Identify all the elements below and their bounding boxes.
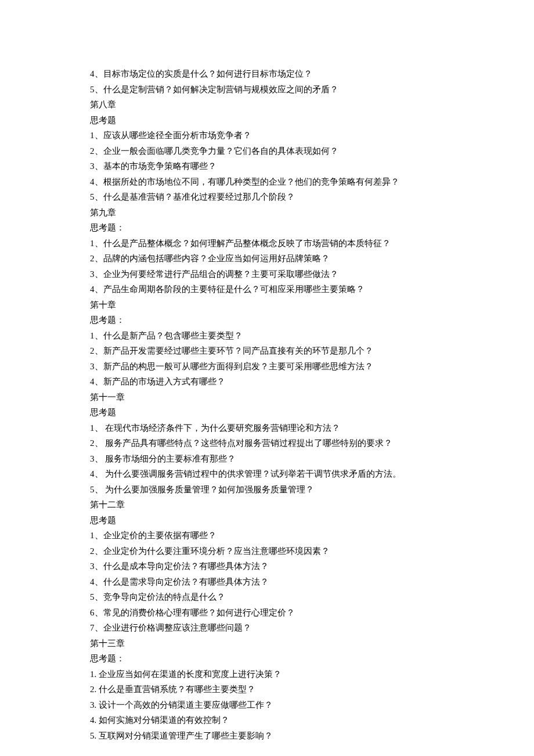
text-line: 思考题 [90,113,444,128]
text-line: 1、企业定价的主要依据有哪些？ [90,528,444,543]
text-line: 4、根据所处的市场地位不同，有哪几种类型的企业？他们的竞争策略有何差异？ [90,174,444,190]
text-line: 第十一章 [90,390,444,405]
text-line: 4、目标市场定位的实质是什么？如何进行目标市场定位？ [90,66,444,82]
text-line: 3. 设计一个高效的分销渠道主要应做哪些工作？ [90,697,444,713]
text-line: 5、 为什么要加强服务质量管理？如何加强服务质量管理？ [90,482,444,498]
text-line: 5、竞争导向定价法的特点是什么？ [90,589,444,605]
text-line: 第九章 [90,205,444,221]
text-line: 1、 在现代市场经济条件下，为什么要研究服务营销理论和方法？ [90,420,444,436]
text-line: 3、基本的市场竞争策略有哪些？ [90,159,444,174]
text-line: 4、 为什么要强调服务营销过程中的供求管理？试列举若干调节供求矛盾的方法。 [90,466,444,482]
text-line: 思考题 [90,405,444,420]
text-line: 1、什么是产品整体概念？如何理解产品整体概念反映了市场营销的本质特征？ [90,236,444,251]
text-line: 2. 什么是垂直营销系统？有哪些主要类型？ [90,682,444,697]
text-line: 1、什么是新产品？包含哪些主要类型？ [90,328,444,344]
text-line: 2、企业一般会面临哪几类竞争力量？它们各自的具体表现如何？ [90,143,444,159]
text-line: 7、企业进行价格调整应该注意哪些问题？ [90,620,444,636]
text-line: 思考题： [90,312,444,328]
text-line: 4、什么是需求导向定价法？有哪些具体方法？ [90,574,444,590]
text-line: 6、常见的消费价格心理有哪些？如何进行心理定价？ [90,605,444,621]
text-line: 思考题： [90,651,444,667]
text-line: 4、产品生命周期各阶段的主要特征是什么？可相应采用哪些主要策略？ [90,282,444,297]
text-line: 3、 服务市场细分的主要标准有那些？ [90,451,444,467]
text-line: 4. 如何实施对分销渠道的有效控制？ [90,712,444,728]
text-line: 2、新产品开发需要经过哪些主要环节？同产品直接有关的环节是那几个？ [90,343,444,359]
text-line: 2、 服务产品具有哪些特点？这些特点对服务营销过程提出了哪些特别的要求？ [90,435,444,451]
text-line: 4、新产品的市场进入方式有哪些？ [90,374,444,390]
text-line: 2、品牌的内涵包括哪些内容？企业应当如何运用好品牌策略？ [90,251,444,267]
text-line: 第十三章 [90,636,444,651]
text-line: 3、企业为何要经常进行产品组合的调整？主要可采取哪些做法？ [90,267,444,282]
text-line: 1. 企业应当如何在渠道的长度和宽度上进行决策？ [90,667,444,682]
text-line: 1、应该从哪些途径全面分析市场竞争者？ [90,128,444,143]
text-line: 3、新产品的构思一般可从哪些方面得到启发？主要可采用哪些思维方法？ [90,359,444,375]
text-line: 第十二章 [90,497,444,513]
text-line: 第十章 [90,297,444,313]
text-line: 5、什么是基准营销？基准化过程要经过那几个阶段？ [90,189,444,205]
text-line: 思考题： [90,220,444,236]
text-line: 思考题 [90,513,444,528]
text-line: 5、什么是定制营销？如何解决定制营销与规模效应之间的矛盾？ [90,82,444,98]
text-line: 3、什么是成本导向定价法？有哪些具体方法？ [90,559,444,574]
text-line: 5. 互联网对分销渠道管理产生了哪些主要影响？ [90,728,444,744]
text-line: 2、企业定价为什么要注重环境分析？应当注意哪些环境因素？ [90,543,444,559]
text-line: 第八章 [90,97,444,113]
